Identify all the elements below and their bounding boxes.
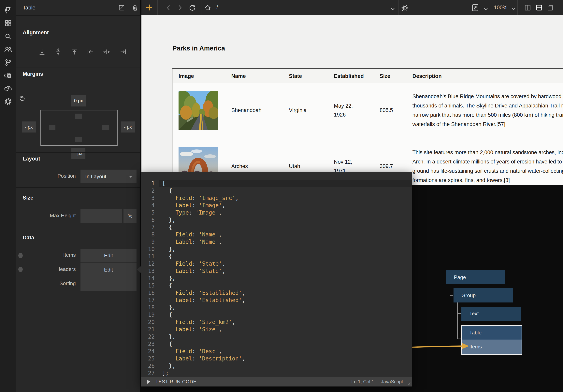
- col-header-established[interactable]: Established: [328, 69, 374, 83]
- cell-name: Shenandoah: [226, 83, 283, 138]
- node-items[interactable]: Items: [462, 340, 522, 354]
- code-line[interactable]: 11 {: [141, 253, 412, 260]
- address-path[interactable]: /: [217, 4, 218, 11]
- split-rows-icon[interactable]: [535, 4, 543, 12]
- margin-right-handle[interactable]: [102, 125, 109, 130]
- zoom-chevron-down-icon[interactable]: [510, 5, 517, 13]
- back-icon[interactable]: [164, 4, 172, 12]
- code-line[interactable]: 26 },: [141, 362, 412, 369]
- code-line[interactable]: 24 Field: 'Desc',: [141, 348, 412, 355]
- headers-connector-dot[interactable]: [18, 267, 23, 272]
- bug-icon[interactable]: [401, 4, 409, 12]
- code-line[interactable]: 2 {: [141, 187, 412, 194]
- code-line[interactable]: 3 Field: 'Image_src',: [141, 194, 412, 202]
- col-header-state[interactable]: State: [283, 69, 328, 83]
- code-line[interactable]: 6 },: [141, 216, 412, 224]
- test-run-code-button[interactable]: TEST RUN CODE: [155, 379, 197, 384]
- node-table-selected[interactable]: Table Items: [461, 325, 522, 355]
- margin-top-input[interactable]: 0 px: [71, 95, 86, 106]
- headers-edit-button[interactable]: Edit: [80, 263, 137, 277]
- node-page-label: Page: [454, 274, 466, 280]
- gear-icon[interactable]: [4, 97, 12, 106]
- trash-icon[interactable]: [131, 4, 139, 12]
- headers-label: Headers: [28, 266, 76, 272]
- code-line[interactable]: 4 Label: 'Image',: [141, 202, 412, 209]
- code-line[interactable]: 20 Field: 'Size_km2',: [141, 318, 412, 326]
- edit-icon[interactable]: [118, 4, 126, 12]
- code-line[interactable]: 9 Label: 'Name',: [141, 238, 412, 245]
- align-right-icon[interactable]: [119, 48, 127, 56]
- code-line[interactable]: 23 {: [141, 340, 412, 348]
- items-edit-button[interactable]: Edit: [80, 249, 137, 263]
- node-group-label: Group: [461, 292, 476, 299]
- margin-left-handle[interactable]: [49, 125, 55, 130]
- add-component-button[interactable]: [145, 3, 153, 12]
- code-line[interactable]: 18 },: [141, 304, 412, 311]
- code-line[interactable]: 1[: [141, 180, 412, 187]
- margin-top-handle[interactable]: [75, 114, 82, 119]
- col-header-image[interactable]: Image: [173, 69, 226, 83]
- node-table[interactable]: Table: [462, 326, 522, 340]
- resize-chevron-down-icon[interactable]: [482, 5, 490, 13]
- code-line[interactable]: 22 },: [141, 333, 412, 340]
- grid-icon[interactable]: [4, 19, 12, 27]
- margin-bottom-input[interactable]: - px: [71, 148, 85, 159]
- align-top-icon[interactable]: [70, 48, 78, 56]
- sorting-input[interactable]: [80, 277, 137, 291]
- cloud-functions-icon[interactable]: [4, 84, 12, 93]
- code-line[interactable]: 17 Label: 'Established',: [141, 297, 412, 304]
- code-line[interactable]: 7 {: [141, 224, 412, 231]
- zoom-level[interactable]: 100%: [494, 4, 507, 11]
- search-icon[interactable]: [4, 32, 12, 41]
- code-line[interactable]: 19 {: [141, 311, 412, 318]
- reset-icon[interactable]: [19, 95, 26, 102]
- code-line[interactable]: 13 Label: 'State',: [141, 267, 412, 275]
- code-line[interactable]: 8 Field: 'Name',: [141, 231, 412, 238]
- align-horizontal-center-icon[interactable]: [103, 48, 111, 56]
- users-icon[interactable]: [4, 45, 12, 54]
- code-line[interactable]: 16 Field: 'Established',: [141, 289, 412, 297]
- node-page[interactable]: Page: [446, 270, 505, 284]
- resize-grip-icon[interactable]: [407, 381, 411, 385]
- code-line[interactable]: 27];: [141, 369, 412, 377]
- cloud-database-icon[interactable]: [4, 71, 12, 80]
- align-vertical-center-icon[interactable]: [54, 48, 62, 56]
- split-columns-icon[interactable]: [524, 4, 532, 12]
- code-line[interactable]: 12 Field: 'State',: [141, 260, 412, 267]
- col-header-size[interactable]: Size: [374, 69, 407, 83]
- language-label[interactable]: JavaScript: [381, 379, 403, 384]
- code-line[interactable]: 14 },: [141, 275, 412, 282]
- col-header-name[interactable]: Name: [226, 69, 283, 83]
- code-line[interactable]: 21 Label: 'Size',: [141, 326, 412, 333]
- margins-diagram: [40, 110, 117, 146]
- cell-state: Virginia: [283, 83, 328, 138]
- forward-icon[interactable]: [176, 4, 184, 12]
- code-line[interactable]: 5 Type: 'Image',: [141, 209, 412, 216]
- margin-left-input[interactable]: - px: [22, 121, 36, 133]
- position-select[interactable]: In Layout: [80, 170, 137, 183]
- code-line[interactable]: 25 Label: 'Description',: [141, 355, 412, 362]
- branch-icon[interactable]: [4, 58, 12, 67]
- address-chevron-down-icon[interactable]: [389, 5, 397, 13]
- code-lines[interactable]: 1[2 {3 Field: 'Image_src',4 Label: 'Imag…: [141, 180, 412, 377]
- max-height-unit[interactable]: %: [124, 209, 137, 223]
- items-connector-dot[interactable]: [18, 253, 23, 258]
- home-icon[interactable]: [204, 4, 212, 12]
- margin-bottom-handle[interactable]: [75, 137, 82, 142]
- app-logo[interactable]: [4, 6, 12, 14]
- margin-right-input[interactable]: - px: [121, 121, 135, 133]
- col-header-description[interactable]: Description: [407, 69, 563, 83]
- align-left-icon[interactable]: [87, 48, 94, 56]
- refresh-icon[interactable]: [188, 4, 196, 12]
- code-line[interactable]: 15 {: [141, 282, 412, 289]
- max-height-input[interactable]: [80, 209, 122, 223]
- stacked-windows-icon[interactable]: [547, 4, 554, 12]
- margins-section-title: Margins: [23, 71, 43, 77]
- max-height-label: Max Height: [28, 213, 76, 219]
- align-bottom-icon[interactable]: [38, 48, 46, 56]
- node-group[interactable]: Group: [454, 288, 513, 303]
- resize-preview-icon[interactable]: [471, 4, 479, 12]
- code-line[interactable]: 10 },: [141, 245, 412, 253]
- preview-canvas: Parks in America Image Name State Establ…: [141, 15, 563, 185]
- node-text[interactable]: Text: [461, 307, 521, 321]
